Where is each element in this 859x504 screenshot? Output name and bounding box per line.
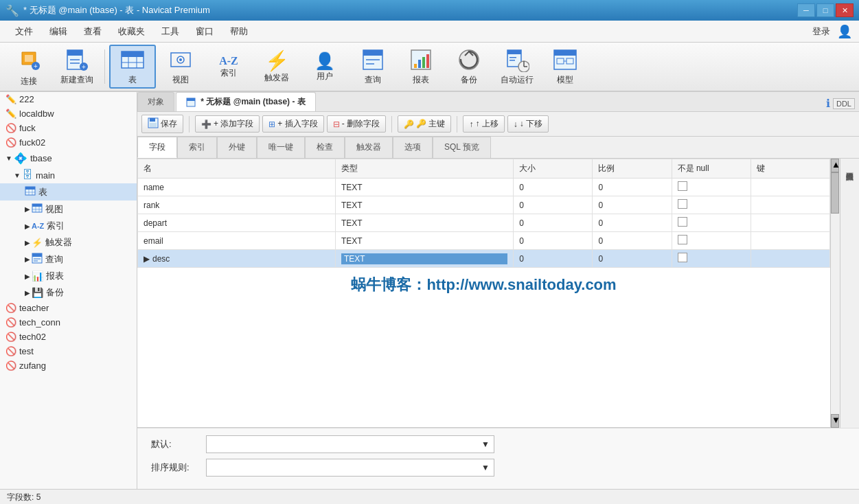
scroll-up-arrow[interactable]: ▲ bbox=[831, 159, 839, 172]
vertical-scrollbar[interactable]: ▲ ▼ bbox=[830, 159, 840, 428]
table-row[interactable]: name TEXT 0 0 bbox=[138, 179, 830, 196]
login-button[interactable]: 登录 bbox=[812, 25, 830, 38]
sidebar-item-tbase[interactable]: ▼ 💠 tbase bbox=[0, 150, 137, 167]
sidebar-item-fuck02[interactable]: 🚫 fuck02 bbox=[0, 135, 137, 150]
content-area: 对象 * 无标题 @main (tbase) - 表 ℹ DDL bbox=[137, 92, 859, 489]
table-row[interactable]: depart TEXT 0 0 bbox=[138, 214, 830, 232]
toolbar-report[interactable]: 报表 bbox=[398, 45, 444, 89]
sort-dropdown[interactable]: ▼ bbox=[206, 459, 494, 477]
sidebar-item-reports[interactable]: ▶ 📊 报表 bbox=[0, 268, 137, 284]
default-dropdown[interactable]: ▼ bbox=[206, 435, 494, 453]
toolbar-query[interactable]: 查询 bbox=[350, 45, 396, 89]
move-down-button[interactable]: ↓ ↓ 下移 bbox=[507, 115, 549, 133]
menu-edit[interactable]: 编辑 bbox=[41, 23, 76, 41]
add-field-button[interactable]: ➕ + 添加字段 bbox=[195, 115, 260, 133]
info-icon[interactable]: ℹ bbox=[826, 97, 830, 110]
toolbar-index[interactable]: A-Z 索引 bbox=[205, 45, 252, 89]
sidebar-item-main[interactable]: ▼ 🗄 main bbox=[0, 167, 137, 183]
sidebar-item-teacher[interactable]: 🚫 teacher bbox=[0, 301, 137, 315]
svg-rect-25 bbox=[422, 57, 425, 68]
action-bar: 保存 ➕ + 添加字段 ⊞ + 插入字段 ⊟ - 删除字段 🔑 🔑 主键 bbox=[137, 112, 859, 137]
sidebar-item-backup[interactable]: ▶ 💾 备份 bbox=[0, 284, 137, 301]
table-row[interactable]: rank TEXT 0 0 bbox=[138, 196, 830, 214]
toolbar-model[interactable]: 模型 bbox=[542, 45, 588, 89]
field-size-depart: 0 bbox=[514, 214, 593, 232]
sidebar-item-tables[interactable]: 表 bbox=[0, 183, 137, 201]
subtab-triggers[interactable]: 触发器 bbox=[345, 137, 393, 158]
close-button[interactable]: ✕ bbox=[836, 3, 854, 17]
save-button[interactable]: 保存 bbox=[141, 115, 183, 133]
scroll-down-arrow[interactable]: ▼ bbox=[831, 414, 839, 428]
insert-field-button[interactable]: ⊞ + 插入字段 bbox=[262, 115, 323, 133]
sidebar-item-triggers[interactable]: ▶ ⚡ 触发器 bbox=[0, 234, 137, 251]
toolbar-trigger[interactable]: ⚡ 触发器 bbox=[253, 45, 300, 89]
sidebar-item-fuck[interactable]: 🚫 fuck bbox=[0, 121, 137, 135]
tab-editor[interactable]: * 无标题 @main (tbase) - 表 bbox=[176, 92, 316, 111]
report-icon bbox=[409, 47, 433, 74]
db-icon-zufang: 🚫 bbox=[5, 360, 16, 371]
field-type-rank: TEXT bbox=[336, 196, 514, 214]
menu-favorites[interactable]: 收藏夹 bbox=[110, 23, 153, 41]
ddl-label[interactable]: DDL bbox=[833, 98, 855, 109]
sidebar-item-tech02[interactable]: 🚫 tech02 bbox=[0, 330, 137, 344]
index-node-icon: A-Z bbox=[32, 222, 44, 230]
scroll-thumb[interactable] bbox=[831, 172, 839, 214]
sidebar-item-index[interactable]: ▶ A-Z 索引 bbox=[0, 218, 137, 234]
table-row[interactable]: email TEXT 0 0 bbox=[138, 232, 830, 250]
menubar: 文件 编辑 查看 收藏夹 工具 窗口 帮助 登录 👤 bbox=[0, 21, 859, 43]
delete-field-button[interactable]: ⊟ - 删除字段 bbox=[327, 115, 386, 133]
subtab-sql-preview[interactable]: SQL 预览 bbox=[433, 137, 491, 158]
sidebar-item-tech-conn[interactable]: 🚫 tech_conn bbox=[0, 315, 137, 330]
menu-tools[interactable]: 工具 bbox=[153, 23, 187, 41]
menu-view[interactable]: 查看 bbox=[76, 23, 110, 41]
toolbar-table[interactable]: 表 bbox=[109, 45, 156, 89]
sidebar-item-222[interactable]: ✏️ 222 bbox=[0, 92, 137, 106]
trigger-label: 触发器 bbox=[264, 72, 289, 84]
move-up-button[interactable]: ↑ ↑ 上移 bbox=[463, 115, 504, 133]
sidebar-label-main: main bbox=[36, 170, 55, 181]
primary-key-button[interactable]: 🔑 🔑 主键 bbox=[398, 115, 451, 133]
table-row[interactable]: ▶desc TEXT 0 0 bbox=[138, 250, 830, 268]
sidebar-item-test[interactable]: 🚫 test bbox=[0, 344, 137, 358]
subtab-indexes[interactable]: 索引 bbox=[177, 137, 217, 158]
view-label: 视图 bbox=[172, 74, 189, 86]
subtab-options[interactable]: 选项 bbox=[393, 137, 433, 158]
field-name-depart: depart bbox=[138, 214, 336, 232]
sidebar-item-zufang[interactable]: 🚫 zufang bbox=[0, 358, 137, 373]
toolbar-auto-run[interactable]: 自动运行 bbox=[494, 45, 540, 89]
toolbar-backup[interactable]: 备份 bbox=[446, 45, 492, 89]
tab-object[interactable]: 对象 bbox=[137, 92, 174, 111]
toolbar: + 连接 + 新建查询 bbox=[0, 43, 859, 92]
sidebar-item-localdbw[interactable]: ✏️ localdbw bbox=[0, 106, 137, 121]
minimize-button[interactable]: ─ bbox=[797, 3, 815, 17]
subtab-foreign-keys[interactable]: 外键 bbox=[217, 137, 257, 158]
svg-point-17 bbox=[179, 58, 182, 61]
maximize-button[interactable]: □ bbox=[816, 3, 834, 17]
field-type-desc[interactable]: TEXT bbox=[336, 250, 514, 268]
sidebar-item-queries[interactable]: ▶ 查询 bbox=[0, 251, 137, 268]
toolbar-new-query[interactable]: + 新建查询 bbox=[54, 45, 100, 89]
table-scroll-area: 名 类型 大小 比例 不是 null 键 name TEXT bbox=[137, 159, 859, 428]
toolbar-connect[interactable]: + 连接 bbox=[5, 45, 52, 89]
toolbar-view[interactable]: 视图 bbox=[157, 45, 204, 89]
menu-window[interactable]: 窗口 bbox=[187, 23, 222, 41]
add-field-icon: ➕ bbox=[201, 119, 211, 129]
svg-rect-58 bbox=[150, 123, 157, 127]
field-notnull-rank bbox=[672, 196, 751, 214]
subtab-unique[interactable]: 唯一键 bbox=[257, 137, 305, 158]
toolbar-user[interactable]: 👤 用户 bbox=[301, 45, 348, 89]
menu-file[interactable]: 文件 bbox=[7, 23, 41, 41]
sort-dropdown-arrow: ▼ bbox=[481, 463, 490, 472]
key-icon: 🔑 bbox=[404, 119, 414, 129]
db-icon-fuck: 🚫 bbox=[5, 123, 16, 133]
field-key-email bbox=[751, 232, 829, 250]
field-type-email: TEXT bbox=[336, 232, 514, 250]
db-icon-teacher: 🚫 bbox=[5, 303, 16, 313]
subtab-check[interactable]: 检查 bbox=[305, 137, 345, 158]
menu-help[interactable]: 帮助 bbox=[222, 23, 256, 41]
type-cell-desc[interactable]: TEXT bbox=[341, 253, 507, 264]
subtab-fields[interactable]: 字段 bbox=[137, 137, 177, 158]
svg-rect-51 bbox=[32, 253, 42, 257]
sidebar-item-views[interactable]: ▶ 视图 bbox=[0, 201, 137, 218]
sidebar-label-index: 索引 bbox=[47, 220, 65, 232]
